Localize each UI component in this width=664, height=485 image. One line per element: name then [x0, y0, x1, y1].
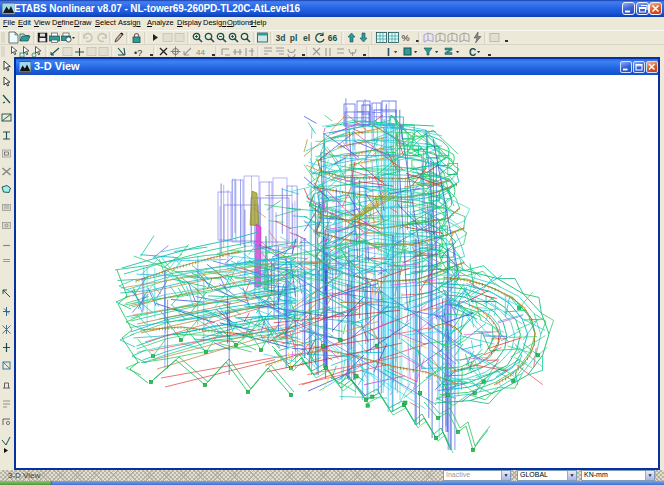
- svg-text:3d: 3d: [276, 33, 286, 43]
- svg-text:pl: pl: [290, 33, 298, 43]
- svg-text:%: %: [401, 33, 409, 43]
- svg-text:66: 66: [328, 33, 338, 43]
- svg-text:44: 44: [196, 48, 205, 57]
- svg-text:el: el: [303, 33, 310, 43]
